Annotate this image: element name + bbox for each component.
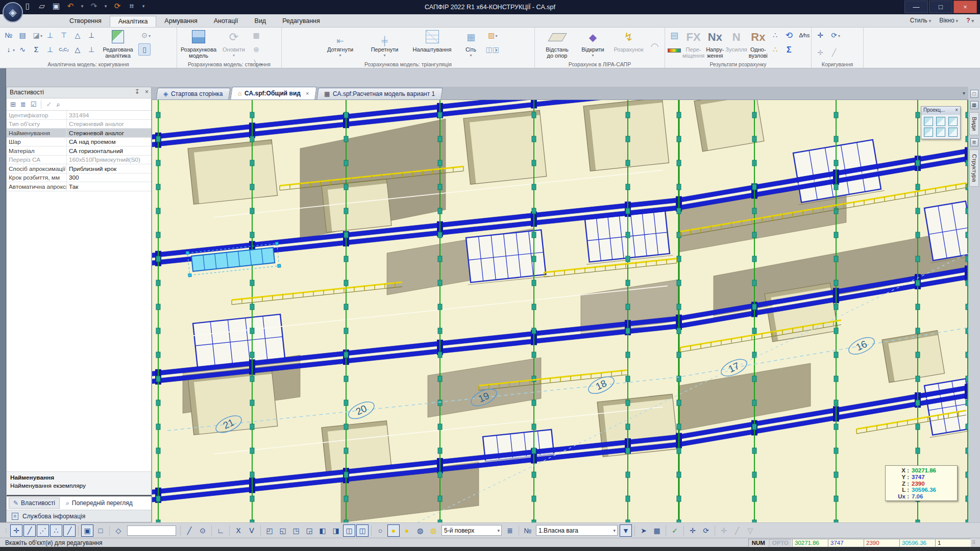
building-model[interactable]: 212019181716	[152, 100, 968, 522]
snap-points-icon[interactable]: ∴	[50, 524, 62, 537]
qat-more-icon[interactable]: ▾	[141, 4, 146, 9]
snap-grid-icon[interactable]: ✛	[10, 524, 22, 537]
undo-icon[interactable]: ↶	[65, 2, 76, 11]
close-tab-icon[interactable]: ×	[306, 90, 309, 96]
lamp-icon[interactable]: ●	[401, 524, 413, 537]
box-view6-icon[interactable]: ◨	[330, 524, 342, 537]
property-row-auto-approx[interactable]: Автоматична апроксим...Так	[7, 182, 151, 191]
doc-tab-start-page[interactable]: ◈ Стартова сторінка	[156, 88, 230, 99]
axonometry-view4-icon[interactable]	[924, 128, 933, 137]
layers-icon[interactable]: ▤	[16, 29, 29, 41]
section-a-icon[interactable]: ◫	[343, 524, 355, 537]
retaining-wall-icon[interactable]: ◪▾	[30, 29, 42, 41]
move-copy-icon[interactable]: ✛	[718, 524, 730, 537]
service-info-bar[interactable]: ≡ Службова інформація	[7, 510, 151, 522]
displacements-button[interactable]: FX Пере- міщення	[682, 29, 704, 61]
draw-line-icon[interactable]: ╱	[183, 524, 195, 537]
spring-icon[interactable]: ∿	[16, 43, 29, 56]
close-projections-icon[interactable]: ×	[955, 107, 958, 114]
mirror-icon[interactable]: ╱	[828, 46, 840, 59]
property-row-layer[interactable]: ШарСА над проемом	[7, 138, 151, 147]
mirror-copy-icon[interactable]: ╱	[731, 524, 743, 537]
mesh-button[interactable]: ▦ Сіть▾	[458, 29, 484, 61]
property-row-section[interactable]: Переріз СА160x510Прямокутний(S0)	[7, 156, 151, 165]
property-row-approximation[interactable]: Спосіб апроксимаціїПриблизний крок	[7, 164, 151, 173]
box-lamp2-icon[interactable]: ◍	[427, 524, 439, 537]
snap-tangent-icon[interactable]: ╱	[63, 524, 76, 537]
new-file-icon[interactable]: ▯	[22, 2, 33, 11]
mesh-gear-icon[interactable]: ▦	[250, 29, 262, 41]
coord-field-n[interactable]: 1	[935, 539, 971, 547]
settings-button[interactable]: Налаштування	[408, 29, 457, 61]
load-number-icon[interactable]: №	[522, 524, 534, 537]
menu-tab-vyd[interactable]: Вид	[247, 16, 275, 27]
move-icon[interactable]: ✛	[814, 29, 826, 41]
snap-guides-icon[interactable]: ⋰	[37, 524, 49, 537]
search-icon[interactable]: ⌕	[56, 101, 60, 109]
menu-tab-anotatsii[interactable]: Анотації	[206, 16, 247, 27]
views-panel-icon[interactable]: ▦	[970, 101, 978, 109]
calculation-button[interactable]: ↯ Розрахунок	[610, 29, 647, 61]
calc-model-button[interactable]: Розрахункова модель	[180, 29, 217, 61]
list-view-icon[interactable]: ≣	[20, 101, 26, 108]
mesh-gear2-icon[interactable]: ⊛	[250, 43, 262, 56]
box-view5-icon[interactable]: ◧	[316, 524, 329, 537]
pair-squares-icon[interactable]: ◫◫▾	[485, 43, 498, 56]
hinge-c1c2-icon[interactable]: C₁C₂	[58, 43, 70, 56]
intersect-button[interactable]: ╪ Перетнути▾	[363, 29, 406, 61]
load-case-selector[interactable]: 1.Власна вага▾	[536, 525, 618, 536]
axonometry-view1-icon[interactable]	[924, 117, 933, 126]
work-plane-icon[interactable]: ◇	[112, 524, 125, 537]
minimize-button[interactable]: —	[904, 1, 928, 13]
save-icon[interactable]: ▣	[51, 2, 61, 11]
property-row-step[interactable]: Крок розбиття, мм300	[7, 173, 151, 183]
menu-tab-redaguvannya[interactable]: Редагування	[274, 16, 328, 27]
support-truss-icon[interactable]: △	[71, 29, 84, 41]
restore-panel-icon[interactable]: □	[970, 90, 978, 98]
window-menu[interactable]: Вікно▾	[939, 17, 958, 24]
resize-grip[interactable]: ⠿	[972, 540, 979, 545]
stresses-button[interactable]: Nx Напру- ження	[706, 29, 724, 61]
box-view4-icon[interactable]: ◲	[303, 524, 315, 537]
coord-field-z[interactable]: 2390	[864, 539, 899, 547]
floor-list-icon[interactable]: ≣	[504, 524, 516, 537]
ortho-indicator[interactable]: ОРТО	[769, 539, 792, 547]
lamp-off-icon[interactable]: ○	[374, 524, 386, 537]
apply-check-icon[interactable]: ✓	[669, 524, 681, 537]
maximize-button[interactable]: □	[929, 1, 952, 13]
redo-icon[interactable]: ↷	[89, 2, 99, 11]
num-lock-indicator[interactable]: NUM	[748, 539, 769, 547]
scale-copy-icon[interactable]: ▽	[744, 524, 756, 537]
forces-button[interactable]: N Зусилля	[725, 29, 747, 61]
rotate-copy-icon[interactable]: ⟳▾	[828, 29, 840, 41]
axonometry-view3-icon[interactable]	[948, 117, 958, 126]
axonometry-view6-icon[interactable]	[948, 128, 958, 137]
close-button[interactable]: ×	[953, 1, 977, 13]
undo-results-icon[interactable]: ⟲	[783, 29, 795, 41]
coord-field-l[interactable]: 30596.36	[899, 539, 935, 547]
3d-viewport[interactable]: 212019181716 Проекц... × X : 30271.86 Y …	[152, 100, 968, 522]
coord-field-x[interactable]: 30271.86	[792, 539, 828, 547]
style-menu[interactable]: Стиль▾	[910, 17, 932, 24]
axonometry-view5-icon[interactable]	[936, 128, 945, 137]
support-pin2-icon[interactable]: ⊤	[58, 29, 70, 41]
redo-dropdown-icon[interactable]: ▾	[103, 4, 108, 9]
numbering-icon[interactable]: №	[3, 29, 15, 41]
support-pin-icon[interactable]: ⊥	[44, 29, 56, 41]
tab-overflow-icon[interactable]: ▾	[963, 90, 965, 96]
menu-tab-analitika[interactable]: Аналітика	[110, 16, 157, 27]
edited-analytics-button[interactable]: Редагована аналітика	[99, 29, 137, 61]
lamp-on-icon[interactable]: ●	[387, 524, 400, 537]
corner-icon[interactable]: ∟	[214, 524, 227, 537]
numeric-input[interactable]	[127, 525, 176, 536]
triangulation-brush-icon[interactable]: ▨▾	[485, 29, 498, 41]
sum-load-icon[interactable]: Σ	[30, 43, 42, 56]
nodes-lamp-icon[interactable]: ∴	[769, 29, 781, 41]
menu-tab-stvorennya[interactable]: Створення	[61, 16, 110, 27]
app-logo-icon[interactable]: ◈	[3, 2, 23, 22]
property-row-material[interactable]: МатеріалСА горизонтальний	[7, 146, 151, 156]
unlock-box-icon[interactable]: □	[94, 524, 107, 537]
tab-properties[interactable]: ✎ Властивості	[9, 497, 60, 509]
support-pin3-icon[interactable]: ⊥	[44, 43, 56, 56]
undo-dropdown-icon[interactable]: ▾	[80, 4, 85, 9]
